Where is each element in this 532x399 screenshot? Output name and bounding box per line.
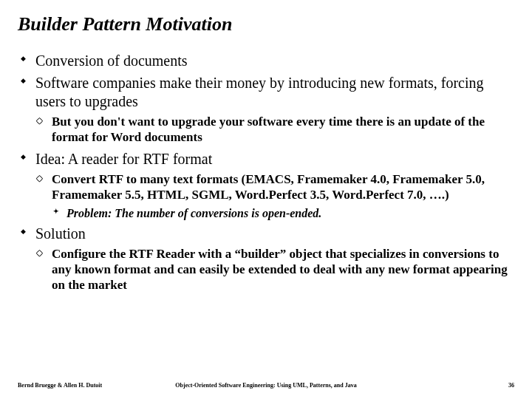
footer-page-number: 36 xyxy=(508,382,514,389)
list-item: Configure the RTF Reader with a “builder… xyxy=(35,247,514,293)
footer: Bernd Bruegge & Allen H. Dutoit Object-O… xyxy=(0,382,532,389)
bullet-list: Conversion of documents Software compani… xyxy=(18,52,514,293)
bullet-text: Software companies make their money by i… xyxy=(35,75,484,109)
bullet-text: Configure the RTF Reader with a “builder… xyxy=(52,247,508,291)
footer-left: Bernd Bruegge & Allen H. Dutoit xyxy=(18,382,102,389)
list-item: Problem: The number of conversions is op… xyxy=(52,206,514,220)
bullet-text: Solution xyxy=(35,225,86,242)
footer-center: Object-Oriented Software Engineering: Us… xyxy=(175,382,356,389)
list-item: But you don't want to upgrade your softw… xyxy=(35,115,514,145)
list-item: Solution Configure the RTF Reader with a… xyxy=(18,225,514,293)
bullet-text: But you don't want to upgrade your softw… xyxy=(52,115,485,144)
list-item: Software companies make their money by i… xyxy=(18,74,514,145)
bullet-text: Problem: The number of conversions is op… xyxy=(66,207,321,219)
bullet-text: Convert RTF to many text formats (EMACS,… xyxy=(52,172,485,202)
list-item: Convert RTF to many text formats (EMACS,… xyxy=(35,172,514,220)
bullet-text: Conversion of documents xyxy=(35,52,188,69)
list-item: Conversion of documents xyxy=(18,52,514,69)
list-item: Idea: A reader for RTF format Convert RT… xyxy=(18,150,514,220)
bullet-text: Idea: A reader for RTF format xyxy=(35,151,212,167)
slide: Builder Pattern Motivation Conversion of… xyxy=(0,0,532,293)
slide-title: Builder Pattern Motivation xyxy=(18,13,514,35)
